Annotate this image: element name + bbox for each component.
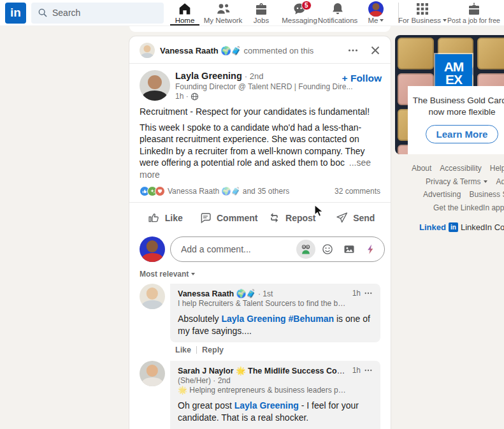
comment-input-pill[interactable] [170, 236, 385, 262]
reaction-icons[interactable] [140, 186, 165, 196]
current-user-avatar[interactable] [140, 236, 165, 262]
nav-home-label: Home [175, 17, 195, 25]
home-icon [177, 1, 192, 17]
chevron-down-icon [380, 19, 384, 22]
nav-messaging[interactable]: 5 Messaging [280, 0, 319, 25]
linkedin-logo[interactable]: in [5, 3, 26, 24]
mention-link[interactable]: Layla Greening [234, 400, 299, 411]
chevron-down-icon [191, 273, 195, 275]
nav-my-network-label: My Network [204, 17, 243, 25]
previous-post-edge [129, 26, 391, 32]
footer-linkedin-wordmark: Linked [419, 222, 446, 232]
nav-jobs[interactable]: Jobs [242, 0, 280, 25]
love-reaction-icon [155, 186, 165, 196]
mention-link[interactable]: Layla Greening [221, 314, 285, 324]
post-author-row: Layla Greening· 2nd Founding Director @ … [129, 64, 391, 101]
footer-links: About Accessibility Help C Privacy & Ter… [395, 164, 504, 232]
chevron-down-icon [484, 180, 487, 183]
commenter-name[interactable]: Vanessa Raath 🌍🧳 [178, 289, 256, 298]
repost-button[interactable]: Repost [260, 204, 324, 231]
comments-count[interactable]: 32 comments [335, 187, 380, 196]
me-avatar [368, 1, 384, 17]
reactors-text[interactable]: Vanessa Raath 🌍🧳 and 35 others [168, 187, 289, 196]
like-button[interactable]: Like [133, 204, 197, 231]
social-proof-row: Vanessa Raath 🌍🧳 and 35 others 32 commen… [129, 180, 391, 202]
comment-menu-icon[interactable] [364, 289, 373, 298]
commenter-headline: I help Recruiters & Talent Sourcers to f… [178, 299, 347, 309]
comment-composer [129, 233, 391, 265]
search-input[interactable] [52, 8, 148, 18]
commenter-avatar[interactable] [140, 361, 165, 386]
footer-corporation-text: LinkedIn Corporation [461, 222, 504, 232]
nav-home[interactable]: Home [166, 0, 204, 25]
commenter-name[interactable]: Sarah J Naylor 🌟 The Midlife Success Coa… [178, 367, 347, 375]
comment-time: 1h [352, 366, 361, 375]
boost-bolt-icon[interactable] [361, 240, 380, 259]
close-icon[interactable] [370, 45, 380, 55]
send-icon [335, 211, 349, 224]
nav-me[interactable]: Me [357, 0, 395, 25]
nav-notifications[interactable]: Notifications [319, 0, 357, 25]
nav-messaging-label: Messaging [282, 17, 317, 25]
author-avatar[interactable] [140, 70, 170, 101]
footer-link-ad-choices[interactable]: Ad Ch [496, 177, 504, 186]
image-icon[interactable] [340, 240, 359, 259]
nav-my-network[interactable]: My Network [204, 0, 242, 25]
footer-link-help[interactable]: Help C [490, 164, 504, 173]
jobs-icon [254, 1, 269, 17]
nav-for-business[interactable]: For Business [399, 0, 446, 25]
nav-for-business-label: For Business [398, 17, 441, 25]
follow-button[interactable]: + Follow [342, 73, 382, 84]
commenter-pronouns-degree: (She/Her) · 2nd [178, 376, 347, 386]
post-text-line1: Recruitment - Respect for your candidate… [140, 106, 380, 118]
grid-icon [415, 1, 430, 17]
comment-time: 1h [352, 289, 361, 298]
emoji-icon[interactable] [318, 240, 337, 259]
comment-sort-dropdown[interactable]: Most relevant [129, 265, 391, 280]
footer-link-get-app[interactable]: Get the LinkedIn app [433, 203, 504, 212]
context-text[interactable]: Vanessa Raath 🌍🧳 commented on this [160, 46, 313, 55]
nav-me-label: Me [368, 17, 378, 25]
globe-icon [191, 92, 199, 101]
post-context-row: Vanessa Raath 🌍🧳 commented on this [129, 36, 391, 64]
comment-item: Sarah J Naylor 🌟 The Midlife Success Coa… [129, 357, 391, 429]
post-menu-icon[interactable] [347, 45, 359, 56]
comment-button[interactable]: Comment [197, 204, 261, 231]
messaging-badge: 5 [301, 1, 312, 10]
post-body: Recruitment - Respect for your candidate… [129, 101, 391, 180]
footer-link-about[interactable]: About [412, 164, 431, 173]
commenter-avatar[interactable] [140, 284, 165, 309]
send-label: Send [353, 213, 375, 223]
comment-reply-button[interactable]: Reply [202, 345, 224, 354]
like-icon [147, 211, 161, 224]
send-button[interactable]: Send [324, 204, 387, 231]
my-network-icon [215, 1, 231, 17]
learn-more-button[interactable]: Learn More [426, 125, 499, 143]
ad-card[interactable]: AMEX The Business Gold Card–now more fle… [395, 35, 504, 154]
post-job-briefcase-icon [466, 1, 482, 17]
footer-linkedin-logo: in [449, 222, 458, 232]
context-avatar[interactable] [140, 43, 155, 58]
hashtag-link[interactable]: #Behuman [289, 314, 335, 324]
post-text-line2: This week I spoke to a candidate who'd h… [140, 122, 365, 168]
comment-input[interactable] [171, 244, 296, 254]
repost-label: Repost [285, 213, 315, 223]
commenter-degree: · 1st [258, 289, 273, 298]
sticker-icon[interactable] [296, 240, 315, 259]
author-name[interactable]: Layla Greening [175, 71, 242, 81]
comment-like-button[interactable]: Like [175, 345, 191, 354]
like-label: Like [165, 213, 183, 223]
post-time: 1h · [175, 92, 189, 101]
footer-link-accessibility[interactable]: Accessibility [440, 164, 481, 173]
footer-link-advertising[interactable]: Advertising [423, 190, 461, 199]
commenter-headline: 🌟 Helping entrepreneurs & business leade… [178, 386, 347, 395]
right-rail: AMEX The Business Gold Card–now more fle… [395, 35, 504, 154]
nav-post-a-job[interactable]: Post a job for free [446, 0, 501, 25]
comment-text: Oh great post Layla Greening - I feel fo… [178, 400, 373, 429]
footer-link-business-services[interactable]: Business Servic [469, 190, 504, 199]
post-card: Vanessa Raath 🌍🧳 commented on this Layla… [129, 36, 391, 429]
post-actions-row: Like Comment Repost Send [129, 202, 391, 233]
search-bar[interactable] [31, 3, 164, 24]
comment-menu-icon[interactable] [364, 366, 373, 375]
footer-link-privacy-terms[interactable]: Privacy & Terms [426, 177, 480, 186]
